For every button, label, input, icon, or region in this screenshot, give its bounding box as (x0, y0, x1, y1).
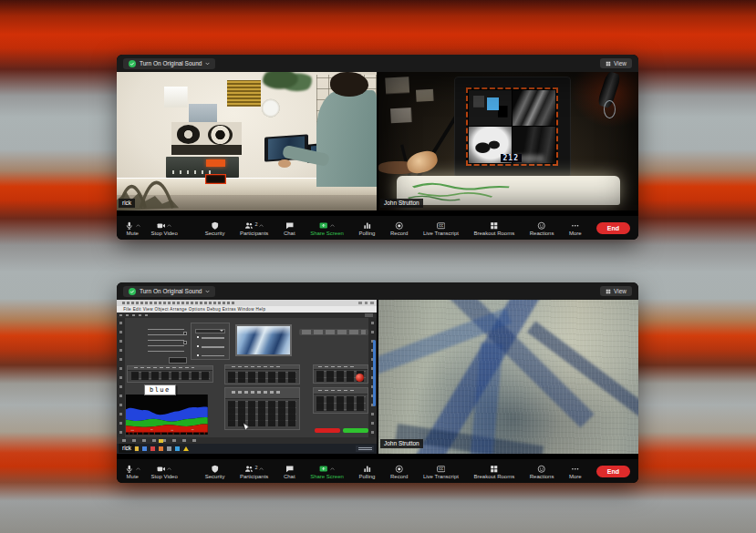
participant-name-tag: John Strutton (380, 439, 423, 448)
dropdown-select[interactable] (195, 329, 225, 333)
microphone-icon (125, 465, 134, 474)
crt-screen: 212 (466, 87, 558, 166)
video-gallery: rick 212 (117, 72, 638, 216)
control-panel-right (313, 364, 368, 384)
view-label: View (614, 60, 627, 67)
video-camera-icon (157, 221, 166, 231)
original-sound-label: Turn On Original Sound (140, 288, 202, 294)
presentation-toolbar[interactable] (299, 329, 369, 335)
person-hand (278, 159, 291, 168)
radio-labels (202, 337, 224, 357)
green-indicator-button[interactable] (343, 428, 369, 434)
view-grid-icon (606, 289, 611, 294)
cc-icon: CC (437, 465, 446, 474)
toolbar-item-more[interactable]: More (569, 463, 582, 479)
patcher-app-window: File Edit View Object Arrange Options De… (117, 300, 377, 454)
toolbar-item-security[interactable]: Security (205, 220, 225, 236)
view-button[interactable]: View (600, 286, 632, 296)
matrix-panel (127, 365, 213, 382)
toolbar-item-stop-video[interactable]: Stop Video (151, 463, 178, 479)
toolbar-item-breakout-rooms[interactable]: Breakout Rooms (474, 463, 515, 479)
chevron-up-icon[interactable] (167, 467, 171, 474)
toolbar-item-record[interactable]: Record (390, 220, 408, 236)
toolbar-item-chat[interactable]: Chat (284, 220, 295, 236)
video-camera-icon (157, 465, 166, 474)
end-meeting-button[interactable]: End (596, 222, 630, 234)
toolbar-item-chat[interactable]: Chat (284, 463, 295, 479)
toolbar-item-security[interactable]: Security (205, 463, 225, 479)
chat-bubble-icon (285, 221, 295, 231)
blue-label-box: blue (144, 384, 176, 395)
window-controls[interactable] (358, 302, 374, 305)
toolbar-item-mute[interactable]: Mute (125, 220, 140, 236)
original-sound-button[interactable]: Turn On Original Sound (123, 286, 215, 297)
person-head (330, 72, 369, 97)
app-menubar[interactable]: File Edit View Object Arrange Options De… (117, 306, 377, 313)
ribbon-icons (119, 314, 150, 316)
toolbar-item-live-transcript[interactable]: CCLive Transcript (423, 463, 459, 479)
small-dark-button[interactable] (169, 357, 187, 364)
chevron-up-icon[interactable] (259, 467, 264, 474)
chevron-up-icon[interactable] (136, 224, 140, 231)
cc-icon: CC (437, 221, 446, 231)
chevron-up-icon[interactable] (330, 224, 335, 231)
taskbar-app-icons[interactable] (126, 446, 189, 451)
view-label: View (614, 288, 627, 294)
chevron-up-icon[interactable] (259, 224, 264, 231)
patcher-canvas: blue (117, 318, 377, 437)
view-button[interactable]: View (600, 58, 632, 68)
end-meeting-button[interactable]: End (596, 466, 630, 477)
crt-monitor: 212 (454, 77, 571, 178)
original-sound-button[interactable]: Turn On Original Sound (123, 58, 215, 69)
chevron-up-icon[interactable] (136, 467, 140, 474)
toolbar-item-more[interactable]: More (569, 220, 582, 236)
check-circle-icon (129, 288, 136, 295)
red-knob[interactable] (356, 374, 364, 382)
toolbar-item-participants[interactable]: 2Participants (240, 463, 268, 479)
blue-scrollbar[interactable] (373, 340, 376, 406)
canvas-weave-texture (378, 300, 638, 454)
view-grid-icon (606, 61, 611, 67)
windows-taskbar[interactable] (117, 444, 377, 454)
share-screen-icon (319, 465, 328, 474)
grid-icon (490, 221, 499, 231)
red-indicator-button[interactable] (315, 428, 341, 434)
participant-name-tag: John Strutton (380, 199, 423, 208)
palm (405, 148, 440, 175)
check-circle-icon (129, 60, 136, 67)
toolbar-item-live-transcript[interactable]: CCLive Transcript (423, 220, 459, 236)
toolbar-item-polling[interactable]: Polling (358, 463, 375, 479)
chevron-up-icon[interactable] (330, 467, 335, 474)
ribbon-right-icon (365, 313, 373, 317)
left-tool-rail[interactable] (117, 318, 125, 437)
toolbar-item-reactions[interactable]: Reactions (530, 463, 554, 479)
chevron-down-icon (205, 62, 210, 66)
patcher-bottom-toolbar[interactable] (117, 437, 377, 444)
participants-count-badge: 2 (254, 221, 257, 227)
toolbar-item-polling[interactable]: Polling (358, 220, 375, 236)
taskbar-clock (356, 446, 374, 453)
svg-text:CC: CC (439, 467, 443, 471)
control-panel-right-lower (313, 387, 368, 414)
toggle-controls (148, 329, 184, 355)
toolbar-item-record[interactable]: Record (390, 463, 408, 479)
toolbar-item-breakout-rooms[interactable]: Breakout Rooms (474, 220, 515, 236)
shield-icon (211, 465, 220, 474)
toolbar-item-participants[interactable]: 2Participants (240, 220, 268, 236)
radio-buttons[interactable] (197, 336, 199, 356)
video-tile-john: John Strutton (377, 300, 638, 454)
toolbar-item-mute[interactable]: Mute (125, 463, 140, 479)
crt-quadrant-1 (469, 90, 512, 127)
toolbar-item-reactions[interactable]: Reactions (530, 220, 554, 236)
toolbar-item-share-screen[interactable]: Share Screen (310, 220, 344, 236)
toolbar-item-stop-video[interactable]: Stop Video (151, 220, 178, 236)
video-tile-john: 212 John Strutton (377, 72, 638, 210)
toolbar-item-share-screen[interactable]: Share Screen (310, 463, 344, 479)
control-panel-lower (224, 387, 300, 430)
original-sound-label: Turn On Original Sound (140, 60, 202, 67)
smiley-icon (537, 465, 546, 474)
chevron-up-icon[interactable] (167, 224, 171, 231)
microphone-boom (596, 72, 623, 133)
app-titlebar (117, 300, 377, 306)
window-title-text (122, 302, 236, 303)
